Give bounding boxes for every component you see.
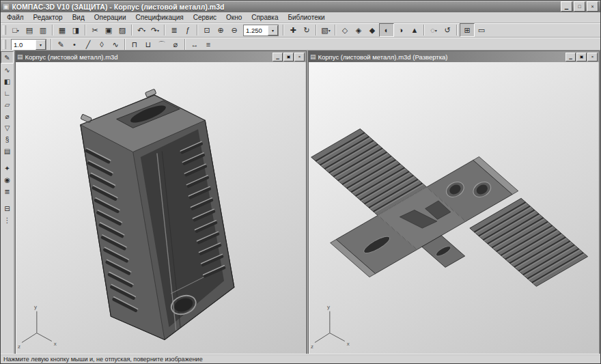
cut-extrude-button[interactable]: ⊔ — [141, 38, 155, 51]
dimension-button[interactable]: ↔ — [188, 38, 201, 51]
print-button[interactable]: ▦ — [55, 24, 69, 36]
child-minimize-button[interactable]: ▁ — [272, 53, 283, 61]
viewport-3d-folded[interactable]: y x z — [16, 62, 305, 354]
menu-item-3[interactable]: Операции — [89, 13, 131, 22]
rebuild-model-button[interactable]: ↺ — [441, 24, 454, 36]
current-step-dropdown-arrow[interactable]: ▾ — [36, 40, 46, 50]
helix-button[interactable]: ∿ — [109, 38, 122, 51]
rotate-view-button[interactable]: ↻ — [300, 24, 313, 36]
hide-all-objects-dropdown[interactable]: ▾ — [435, 28, 437, 33]
zoom-scale-combo[interactable]: 1.250▾ — [243, 25, 279, 36]
new-document-dropdown[interactable]: ▾ — [17, 28, 19, 33]
print-preview-button[interactable]: ◨ — [69, 24, 83, 36]
unfold-mode-button[interactable]: ⊞ — [460, 23, 475, 37]
folded-model-svg[interactable]: y x z — [16, 62, 305, 354]
display-hidden-removed-button[interactable]: ◆ — [365, 24, 379, 36]
display-shaded-button[interactable]: ◐ — [379, 23, 394, 37]
cut-button[interactable]: ✂ — [88, 24, 102, 36]
current-step-combo[interactable]: 1.0▾ — [11, 39, 46, 51]
child-restore-button[interactable]: ▣ — [576, 53, 587, 61]
menu-item-0[interactable]: Файл — [2, 13, 29, 22]
child-close-button[interactable]: × — [294, 53, 305, 61]
child-title-bar-unfolded[interactable]: ▤ Корпус (листовой металл).m3d (Развертк… — [309, 51, 599, 62]
menu-item-4[interactable]: Спецификация — [131, 13, 188, 22]
zoom-out-button[interactable]: ⊖ — [227, 24, 241, 36]
reports-button[interactable]: ▤ — [1, 145, 13, 156]
new-document-button[interactable]: □▾ — [9, 24, 23, 36]
display-shaded-wireframe-button[interactable]: ◑ — [394, 24, 408, 36]
display-shaded-wireframe-icon: ◑ — [399, 27, 404, 34]
zoom-in-button[interactable]: ⊕ — [214, 24, 227, 36]
fillet-button[interactable]: ⌒ — [155, 38, 169, 51]
library-panel-button[interactable]: ≣ — [1, 186, 13, 197]
child-close-button[interactable]: × — [587, 53, 598, 61]
toolbar-grip[interactable] — [3, 40, 6, 49]
menu-item-5[interactable]: Сервис — [188, 13, 221, 22]
surfaces-button[interactable]: ◧ — [1, 76, 13, 87]
child-title-bar-folded[interactable]: ▤ Корпус (листовой металл).m3d ▁ ▣ × — [16, 51, 306, 62]
redo-button[interactable]: ↷▾ — [148, 24, 162, 36]
pattern-button[interactable]: ≡ — [201, 38, 215, 51]
auxiliary-geometry-button[interactable]: ∟ — [1, 87, 13, 98]
title-bar[interactable]: ▣ КОМПАС-3D V10 (ЗАЩИТА) - Корпус (листо… — [1, 1, 600, 12]
construction-plane-button[interactable]: ◊ — [95, 38, 109, 51]
sheet-metal-parameters-button[interactable]: ▭ — [475, 24, 488, 36]
specification-button[interactable]: § — [1, 134, 13, 145]
properties-button[interactable]: ⋮ — [1, 214, 13, 225]
measurements-3d-button[interactable]: ⌀ — [1, 111, 13, 122]
spatial-line-button[interactable]: ╱ — [81, 38, 95, 51]
redo-dropdown[interactable]: ▾ — [157, 28, 159, 33]
hole-button[interactable]: ⌀ — [169, 38, 182, 51]
minimize-button[interactable]: ▁ — [561, 1, 572, 12]
undo-dropdown[interactable]: ▾ — [143, 28, 145, 33]
menu-item-8[interactable]: Библиотеки — [283, 13, 329, 22]
toolbar-separator — [316, 25, 317, 36]
menu-item-6[interactable]: Окно — [221, 13, 247, 22]
toolbar-grip[interactable] — [3, 25, 6, 35]
macro-elements-button[interactable]: ◉ — [1, 174, 13, 185]
print-preview-icon: ◨ — [72, 27, 79, 34]
filters-button[interactable]: ▽ — [1, 122, 13, 133]
design-elements-button[interactable]: ✦ — [1, 163, 13, 173]
open-document-button[interactable]: ▤ — [23, 24, 36, 36]
child-minimize-button[interactable]: ▁ — [565, 53, 576, 61]
close-button[interactable]: × — [587, 1, 598, 12]
orientation-button[interactable]: ▧▾ — [319, 24, 333, 36]
variables-button[interactable]: ƒ — [181, 24, 195, 36]
paste-button[interactable]: ▨ — [115, 24, 129, 36]
document-window-unfolded[interactable]: ▤ Корпус (листовой металл).m3d (Развертк… — [308, 51, 600, 355]
menu-item-7[interactable]: Справка — [247, 13, 283, 22]
edit-part-button[interactable]: ✎ — [1, 51, 14, 64]
extrude-button[interactable]: ⊓ — [128, 38, 141, 51]
viewport-3d-unfolded[interactable]: y x z — [309, 62, 598, 354]
zoom-by-window-button[interactable]: ⊡ — [200, 24, 214, 36]
sheet-metal-parameters-icon: ▭ — [478, 27, 485, 34]
display-wireframe-button[interactable]: ◇ — [338, 24, 352, 36]
display-hidden-thin-button[interactable]: ◈ — [352, 24, 365, 36]
undo-button[interactable]: ↶▾ — [135, 24, 148, 36]
sheet-metal-body-button[interactable]: ▱ — [1, 99, 13, 110]
toolbar-separator — [51, 39, 52, 50]
pan-view-icon: ✚ — [290, 27, 296, 34]
model-tree-button[interactable]: ⊟ — [1, 203, 13, 214]
spatial-curves-button[interactable]: ∿ — [1, 64, 13, 75]
copy-button[interactable]: ▣ — [102, 24, 115, 36]
orientation-dropdown[interactable]: ▾ — [329, 28, 331, 33]
display-perspective-icon: ▲ — [411, 27, 419, 34]
library-manager-button[interactable]: ≣ — [167, 24, 181, 36]
maximize-button[interactable]: □ — [574, 1, 585, 12]
sketch-button[interactable]: ✎ — [54, 38, 68, 51]
helix-icon: ∿ — [112, 41, 118, 48]
unfold-mode-icon: ⊞ — [464, 27, 470, 34]
pan-view-button[interactable]: ✚ — [286, 24, 300, 36]
hide-all-objects-button[interactable]: ◌▾ — [427, 24, 441, 36]
save-document-button[interactable]: ▥ — [36, 24, 50, 36]
document-window-folded[interactable]: ▤ Корпус (листовой металл).m3d ▁ ▣ × — [15, 51, 307, 355]
display-perspective-button[interactable]: ▲ — [408, 24, 421, 36]
zoom-scale-dropdown-arrow[interactable]: ▾ — [268, 25, 278, 36]
menu-item-1[interactable]: Редактор — [29, 13, 68, 22]
spatial-point-button[interactable]: • — [68, 38, 81, 51]
flat-pattern-svg[interactable]: y x z — [309, 62, 598, 354]
child-restore-button[interactable]: ▣ — [283, 53, 294, 61]
menu-item-2[interactable]: Вид — [68, 13, 89, 22]
